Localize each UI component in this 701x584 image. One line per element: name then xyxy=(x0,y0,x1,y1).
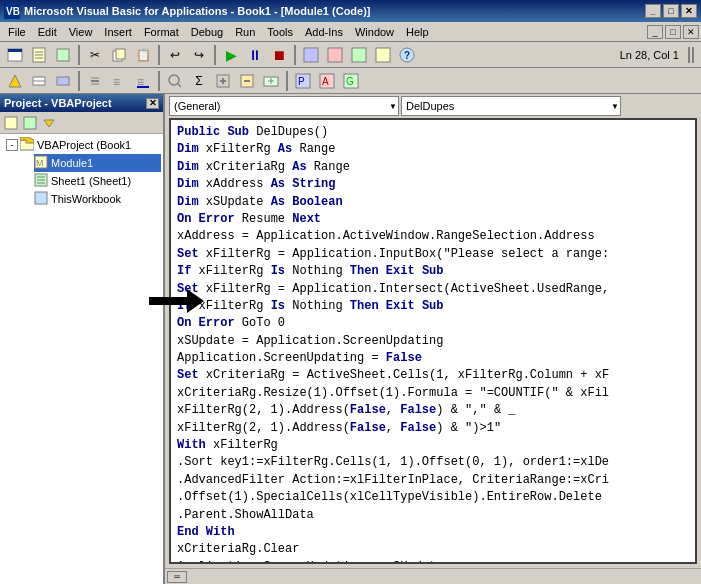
menu-format[interactable]: Format xyxy=(138,24,185,40)
svg-rect-20 xyxy=(57,77,69,85)
toolbar2-btn8[interactable]: Σ xyxy=(188,70,210,92)
svg-text:VB: VB xyxy=(6,6,20,17)
title-bar-text: Microsoft Visual Basic for Applications … xyxy=(24,5,645,17)
svg-text:A: A xyxy=(322,76,329,87)
inner-close-btn[interactable]: ✕ xyxy=(683,25,699,39)
svg-marker-45 xyxy=(44,120,54,127)
toolbar-redo[interactable]: ↪ xyxy=(188,44,210,66)
menu-file[interactable]: File xyxy=(2,24,32,40)
resize-grip[interactable] xyxy=(685,44,697,65)
toolbar-undo[interactable]: ↩ xyxy=(164,44,186,66)
svg-rect-3 xyxy=(8,49,22,52)
project-title-bar: Project - VBAProject ✕ xyxy=(0,94,163,112)
menu-edit[interactable]: Edit xyxy=(32,24,63,40)
split-button[interactable]: ═ xyxy=(167,571,187,583)
menu-addins[interactable]: Add-Ins xyxy=(299,24,349,40)
toolbar-2: ≡ ≡ Σ P A G xyxy=(0,68,701,94)
main-area: Project - VBAProject ✕ - VBAProject (Boo… xyxy=(0,94,701,584)
code-header: (General) DelDupes xyxy=(165,94,701,118)
toolbar2-sep2 xyxy=(158,71,160,91)
toolbar-icons-more3[interactable] xyxy=(348,44,370,66)
code-area: (General) DelDupes Public Sub DelDupes()… xyxy=(165,94,701,584)
minimize-button[interactable]: _ xyxy=(645,4,661,18)
toolbar2-btn1[interactable] xyxy=(4,70,26,92)
thisworkbook-icon xyxy=(34,191,48,207)
svg-rect-10 xyxy=(116,49,125,59)
procedure-dropdown[interactable]: DelDupes xyxy=(401,96,621,116)
vbaproject-label: VBAProject (Book1 xyxy=(37,139,131,151)
svg-line-28 xyxy=(178,84,181,87)
toolbar-run[interactable]: ▶ xyxy=(220,44,242,66)
svg-rect-43 xyxy=(5,117,17,129)
general-dropdown-wrapper[interactable]: (General) xyxy=(169,96,399,116)
svg-rect-13 xyxy=(352,48,366,62)
toolbar-copy[interactable] xyxy=(108,44,130,66)
tree-item-sheet1[interactable]: Sheet1 (Sheet1) xyxy=(34,172,161,190)
toolbar2-btn5[interactable]: ≡ xyxy=(108,70,130,92)
project-view-code[interactable] xyxy=(2,114,20,132)
code-content[interactable]: Public Sub DelDupes() Dim xFilterRg As R… xyxy=(171,120,695,562)
toolbar2-btn12[interactable]: P xyxy=(292,70,314,92)
tree-item-vbaproject[interactable]: - VBAProject (Book1 xyxy=(6,136,161,154)
menu-run[interactable]: Run xyxy=(229,24,261,40)
toolbar-icon-3[interactable] xyxy=(52,44,74,66)
toolbar2-btn3[interactable] xyxy=(52,70,74,92)
menu-tools[interactable]: Tools xyxy=(261,24,299,40)
tree-item-thisworkbook[interactable]: ThisWorkbook xyxy=(34,190,161,208)
title-bar: VB Microsoft Visual Basic for Applicatio… xyxy=(0,0,701,22)
toolbar-icons-more5[interactable]: ? xyxy=(396,44,418,66)
menu-window[interactable]: Window xyxy=(349,24,400,40)
project-toolbar xyxy=(0,112,163,134)
inner-minimize-btn[interactable]: _ xyxy=(647,25,663,39)
toolbar2-btn7[interactable] xyxy=(164,70,186,92)
svg-text:≡: ≡ xyxy=(113,75,120,89)
project-close-button[interactable]: ✕ xyxy=(146,98,159,109)
toolbar2-btn10[interactable] xyxy=(236,70,258,92)
inner-maximize-btn[interactable]: □ xyxy=(665,25,681,39)
vbaproject-icon xyxy=(20,137,34,153)
svg-text:?: ? xyxy=(404,50,410,61)
toolbar2-btn2[interactable] xyxy=(28,70,50,92)
toolbar2-btn13[interactable]: A xyxy=(316,70,338,92)
toolbar-icon-1[interactable] xyxy=(4,44,26,66)
menu-insert[interactable]: Insert xyxy=(98,24,138,40)
toolbar2-sep3 xyxy=(286,71,288,91)
toolbar2-btn11[interactable] xyxy=(260,70,282,92)
toolbar-sep-2 xyxy=(158,45,160,65)
svg-marker-17 xyxy=(9,75,21,87)
menu-debug[interactable]: Debug xyxy=(185,24,229,40)
maximize-button[interactable]: □ xyxy=(663,4,679,18)
sheet1-icon xyxy=(34,173,48,189)
module1-label: Module1 xyxy=(51,157,93,169)
toolbar-icons-more2[interactable] xyxy=(324,44,346,66)
toolbar-cut[interactable]: ✂ xyxy=(84,44,106,66)
tree-item-module1[interactable]: M Module1 xyxy=(34,154,161,172)
toolbar2-btn14[interactable]: G xyxy=(340,70,362,92)
project-tree: - VBAProject (Book1 M Module1 Sheet1 (Sh… xyxy=(0,134,163,584)
toolbar-icon-2[interactable] xyxy=(28,44,50,66)
general-dropdown[interactable]: (General) xyxy=(169,96,399,116)
toolbar-paste[interactable]: 📋 xyxy=(132,44,154,66)
toolbar-stop[interactable]: ⏹ xyxy=(268,44,290,66)
toolbar2-btn4[interactable] xyxy=(84,70,106,92)
menu-help[interactable]: Help xyxy=(400,24,435,40)
project-view-object[interactable] xyxy=(21,114,39,132)
svg-rect-55 xyxy=(149,297,187,305)
close-button[interactable]: ✕ xyxy=(681,4,697,18)
svg-text:G: G xyxy=(346,76,354,87)
toolbar-icons-more4[interactable] xyxy=(372,44,394,66)
project-title-text: Project - VBAProject xyxy=(4,97,112,109)
toolbar2-btn6[interactable]: ≡ xyxy=(132,70,154,92)
toolbar-icons-more[interactable] xyxy=(300,44,322,66)
toolbar-1: ✂ 📋 ↩ ↪ ▶ ⏸ ⏹ ? Ln 28, Col 1 xyxy=(0,42,701,68)
toolbar2-btn9[interactable] xyxy=(212,70,234,92)
toolbar-sep-4 xyxy=(294,45,296,65)
module1-icon: M xyxy=(34,155,48,171)
app-icon: VB xyxy=(4,3,20,19)
procedure-dropdown-wrapper[interactable]: DelDupes xyxy=(401,96,621,116)
expand-vbaproject[interactable]: - xyxy=(6,139,18,151)
project-toggle-folders[interactable] xyxy=(40,114,58,132)
toolbar-break[interactable]: ⏸ xyxy=(244,44,266,66)
menu-view[interactable]: View xyxy=(63,24,99,40)
code-editor[interactable]: Public Sub DelDupes() Dim xFilterRg As R… xyxy=(169,118,697,564)
